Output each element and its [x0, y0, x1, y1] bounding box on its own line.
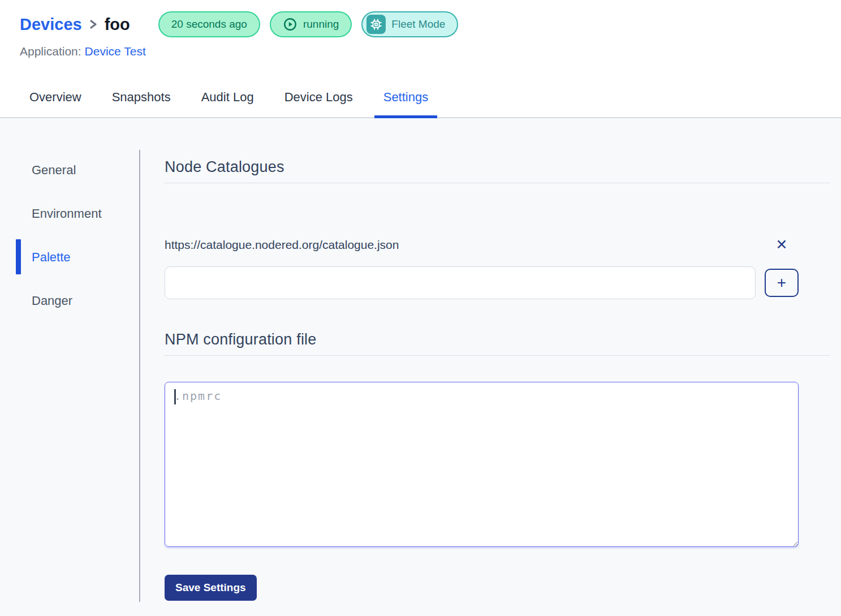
npm-config-section: NPM configuration file [165, 331, 830, 547]
sidebar-item-environment-label: Environment [32, 206, 102, 221]
sidebar-item-general[interactable]: General [0, 150, 139, 193]
tab-snapshots[interactable]: Snapshots [103, 90, 180, 117]
remove-catalogue-button[interactable]: ✕ [765, 238, 799, 252]
npm-config-header: NPM configuration file [165, 331, 830, 356]
sidebar-item-palette-label: Palette [32, 250, 71, 264]
breadcrumb: Devices foo [20, 15, 130, 34]
status-badges: 20 seconds ago running Fleet Mode [158, 11, 459, 37]
settings-content: General Environment Palette Danger Node … [0, 118, 841, 616]
active-tab-indicator [374, 115, 438, 118]
tab-settings[interactable]: Settings [374, 90, 438, 117]
tab-audit-log-label: Audit Log [201, 90, 254, 104]
palette-settings-panel: Node Catalogues https://catalogue.nodere… [140, 118, 841, 616]
npmrc-textarea-wrap [165, 382, 799, 547]
tab-overview[interactable]: Overview [20, 90, 90, 117]
tab-audit-log[interactable]: Audit Log [192, 90, 263, 117]
catalogue-entry-row: https://catalogue.nodered.org/catalogue.… [165, 238, 799, 252]
tab-bar: Overview Snapshots Audit Log Device Logs… [0, 90, 841, 118]
sidebar-item-environment[interactable]: Environment [0, 193, 139, 237]
tab-overview-label: Overview [29, 90, 81, 104]
last-seen-badge: 20 seconds ago [158, 11, 260, 37]
text-cursor [174, 389, 176, 404]
new-catalogue-input[interactable] [165, 266, 756, 299]
add-catalogue-row: + [165, 266, 799, 299]
device-status-badge: running [270, 11, 352, 37]
node-catalogues-title: Node Catalogues [165, 158, 830, 183]
play-circle-icon [283, 17, 297, 32]
chip-icon [366, 15, 386, 34]
sidebar-item-palette[interactable]: Palette [0, 237, 139, 281]
npm-config-title: NPM configuration file [165, 331, 830, 355]
application-link[interactable]: Device Test [85, 45, 146, 58]
application-label: Application: [20, 45, 81, 58]
breadcrumb-current: foo [105, 15, 130, 34]
sidebar-item-danger[interactable]: Danger [0, 281, 139, 324]
breadcrumb-row: Devices foo 20 seconds ago running [20, 11, 821, 37]
save-settings-button[interactable]: Save Settings [165, 575, 257, 601]
application-row: Application:Device Test [20, 45, 821, 58]
breadcrumb-devices-link[interactable]: Devices [20, 15, 82, 34]
npmrc-textarea[interactable] [165, 382, 799, 547]
node-catalogues-section: Node Catalogues https://catalogue.nodere… [165, 158, 830, 299]
sidebar-item-danger-label: Danger [32, 294, 72, 308]
add-catalogue-button[interactable]: + [765, 269, 799, 297]
fleet-mode-badge: Fleet Mode [361, 11, 458, 37]
tab-device-logs[interactable]: Device Logs [275, 90, 362, 117]
tab-device-logs-label: Device Logs [284, 90, 353, 104]
last-seen-badge-label: 20 seconds ago [171, 18, 247, 31]
tab-snapshots-label: Snapshots [112, 90, 171, 104]
sidebar-item-general-label: General [32, 163, 76, 177]
active-item-indicator [16, 239, 21, 274]
catalogue-url: https://catalogue.nodered.org/catalogue.… [165, 238, 765, 252]
settings-sidebar: General Environment Palette Danger [0, 150, 140, 602]
breadcrumb-chevron-icon [89, 18, 98, 31]
node-catalogues-header: Node Catalogues [165, 158, 830, 183]
device-status-badge-label: running [303, 18, 339, 31]
fleet-mode-badge-label: Fleet Mode [391, 18, 445, 31]
page-header: Devices foo 20 seconds ago running [0, 0, 841, 58]
tab-settings-label: Settings [383, 90, 429, 104]
